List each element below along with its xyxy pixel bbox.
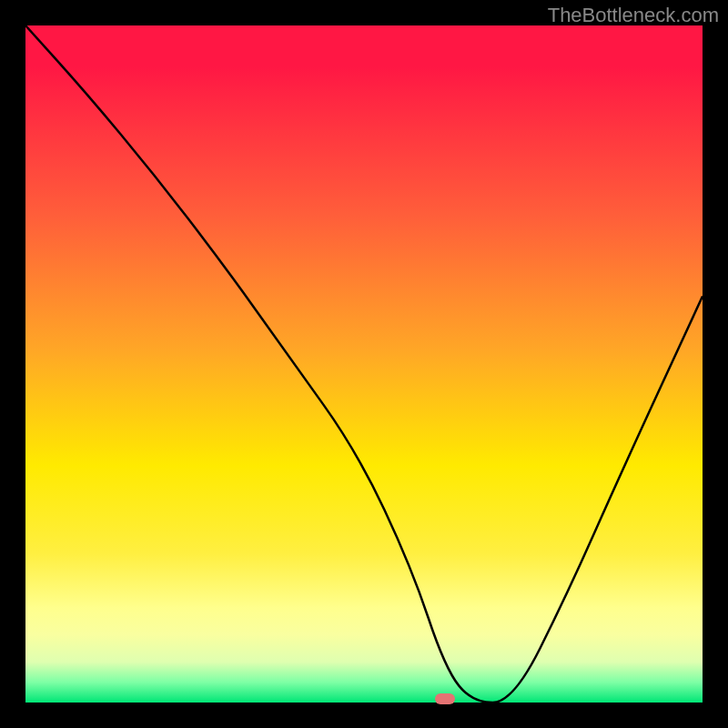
optimal-point-marker <box>435 693 455 704</box>
plot-area <box>25 25 703 703</box>
chart-container: TheBottleneck.com <box>0 0 728 728</box>
bottleneck-curve <box>25 25 703 703</box>
watermark-text: TheBottleneck.com <box>548 4 719 27</box>
curve-path <box>25 25 703 703</box>
